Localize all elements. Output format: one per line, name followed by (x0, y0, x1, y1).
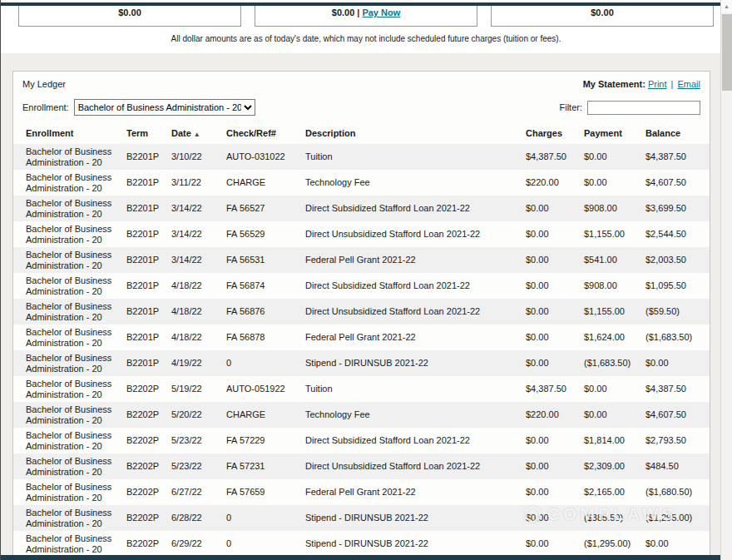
cell-date: 4/18/22 (166, 325, 221, 350)
cell-date: 3/14/22 (166, 221, 221, 247)
ledger-row: Bachelor of Business Administration - 20… (13, 299, 710, 325)
cell-enrollment: Bachelor of Business Administration - 20 (13, 376, 121, 402)
cell-charges: $0.00 (521, 273, 579, 299)
cell-description: Technology Fee (300, 170, 521, 196)
cell-enrollment: Bachelor of Business Administration - 20 (13, 196, 121, 221)
cell-enrollment: Bachelor of Business Administration - 20 (13, 531, 121, 557)
ledger-row: Bachelor of Business Administration - 20… (13, 376, 710, 402)
cell-check-ref: CHARGE (221, 170, 300, 196)
cell-description: Direct Subsidized Stafford Loan 2021-22 (300, 196, 521, 221)
cell-term: B2202P (121, 531, 166, 557)
cell-term: B2201P (121, 170, 166, 196)
cell-description: Stipend - DIRUNSUB 2021-22 (300, 505, 521, 531)
cell-date: 5/23/22 (166, 428, 221, 453)
cell-balance: $4,607.50 (640, 170, 710, 196)
cell-term: B2201P (121, 350, 166, 376)
cell-enrollment: Bachelor of Business Administration - 20 (13, 479, 121, 505)
cell-payment: $1,814.00 (579, 428, 640, 453)
cell-description: Stipend - DIRUNSUB 2021-22 (300, 531, 521, 557)
column-header-description[interactable]: Description (300, 123, 521, 144)
pay-now-link[interactable]: Pay Now (362, 7, 400, 17)
cell-date: 5/23/22 (166, 453, 221, 479)
scroll-up-arrow-icon[interactable]: ▲ (721, 0, 732, 12)
cell-term: B2202P (121, 428, 166, 453)
summary-amount: $0.00 (332, 7, 355, 17)
cell-term: B2201P (121, 221, 166, 247)
window-left-edge (0, 0, 1, 560)
column-header-balance[interactable]: Balance (640, 123, 710, 144)
summary-box-3: $0.00 (491, 6, 714, 27)
print-link[interactable]: Print (648, 79, 667, 89)
column-header-charges[interactable]: Charges (521, 123, 579, 144)
cell-date: 3/10/22 (166, 144, 221, 170)
cell-charges: $0.00 (521, 350, 579, 376)
cell-check-ref: FA 56527 (221, 196, 300, 221)
cell-charges: $0.00 (521, 247, 579, 273)
column-header-term[interactable]: Term (121, 123, 166, 144)
ledger-row: Bachelor of Business Administration - 20… (13, 144, 710, 170)
cell-charges: $0.00 (521, 196, 579, 221)
cell-term: B2202P (121, 402, 166, 428)
cell-payment: $2,165.00 (579, 479, 640, 505)
cell-payment: $908.00 (579, 196, 640, 221)
column-header-date[interactable]: Date▲ (166, 123, 221, 144)
bottom-border-bar (0, 555, 720, 560)
cell-enrollment: Bachelor of Business Administration - 20 (13, 221, 121, 247)
enrollment-label: Enrollment: (22, 102, 69, 112)
cell-payment: ($385.50) (579, 505, 640, 531)
cell-date: 4/19/22 (166, 350, 221, 376)
cell-balance: $0.00 (640, 531, 710, 557)
enrollment-select[interactable]: Bachelor of Business Administration - 20 (74, 99, 255, 116)
cell-check-ref: FA 57659 (221, 479, 300, 505)
cell-payment: $2,309.00 (579, 453, 640, 479)
cell-check-ref: 0 (221, 505, 300, 531)
cell-enrollment: Bachelor of Business Administration - 20 (13, 453, 121, 479)
cell-description: Tuition (300, 144, 521, 170)
summary-boxes: $0.00 $0.00|Pay Now $0.00 (18, 6, 714, 27)
cell-balance: $4,607.50 (640, 402, 710, 428)
ledger-row: Bachelor of Business Administration - 20… (13, 325, 710, 350)
cell-enrollment: Bachelor of Business Administration - 20 (13, 402, 121, 428)
page-title: My Ledger (22, 79, 66, 89)
vertical-scrollbar[interactable]: ▲ (720, 0, 732, 560)
filter-input[interactable] (587, 101, 700, 115)
cell-payment: $541.00 (579, 247, 640, 273)
filter-label: Filter: (560, 102, 583, 112)
panel-header: My Ledger My Statement: Print | Email (13, 72, 710, 96)
cell-date: 3/11/22 (166, 170, 221, 196)
cell-balance: $4,387.50 (640, 144, 710, 170)
cell-enrollment: Bachelor of Business Administration - 20 (13, 428, 121, 453)
cell-check-ref: FA 56876 (221, 299, 300, 325)
cell-payment: $0.00 (579, 376, 640, 402)
cell-payment: ($1,683.50) (579, 350, 640, 376)
ledger-row: Bachelor of Business Administration - 20… (13, 247, 710, 273)
cell-enrollment: Bachelor of Business Administration - 20 (13, 273, 121, 299)
cell-date: 3/14/22 (166, 247, 221, 273)
column-header-payment[interactable]: Payment (579, 123, 640, 144)
disclaimer-text: All dollar amounts are as of today's dat… (0, 34, 732, 43)
column-header-enrollment[interactable]: Enrollment (13, 123, 121, 144)
cell-payment: $1,155.00 (579, 221, 640, 247)
cell-check-ref: 0 (221, 350, 300, 376)
cell-description: Tuition (300, 376, 521, 402)
cell-charges: $220.00 (521, 170, 579, 196)
ledger-row: Bachelor of Business Administration - 20… (13, 402, 710, 428)
my-ledger-panel: My Ledger My Statement: Print | Email En… (12, 71, 710, 560)
ledger-table: Enrollment Term Date▲ Check/Ref# Descrip… (13, 123, 710, 557)
cell-enrollment: Bachelor of Business Administration - 20 (13, 247, 121, 273)
cell-description: Technology Fee (300, 402, 521, 428)
column-header-checkref[interactable]: Check/Ref# (221, 123, 300, 144)
cell-check-ref: 0 (221, 531, 300, 557)
cell-date: 5/20/22 (166, 402, 221, 428)
scrollbar-thumb[interactable] (722, 14, 732, 91)
cell-payment: $0.00 (579, 144, 640, 170)
cell-term: B2202P (121, 453, 166, 479)
controls-row: Enrollment:Bachelor of Business Administ… (13, 96, 710, 123)
cell-check-ref: FA 56529 (221, 221, 300, 247)
email-link[interactable]: Email (677, 79, 700, 89)
cell-date: 5/19/22 (166, 376, 221, 402)
cell-description: Direct Subsidized Stafford Loan 2021-22 (300, 428, 521, 453)
cell-charges: $0.00 (521, 428, 579, 453)
cell-date: 6/29/22 (166, 531, 221, 557)
ledger-row: Bachelor of Business Administration - 20… (13, 170, 710, 196)
